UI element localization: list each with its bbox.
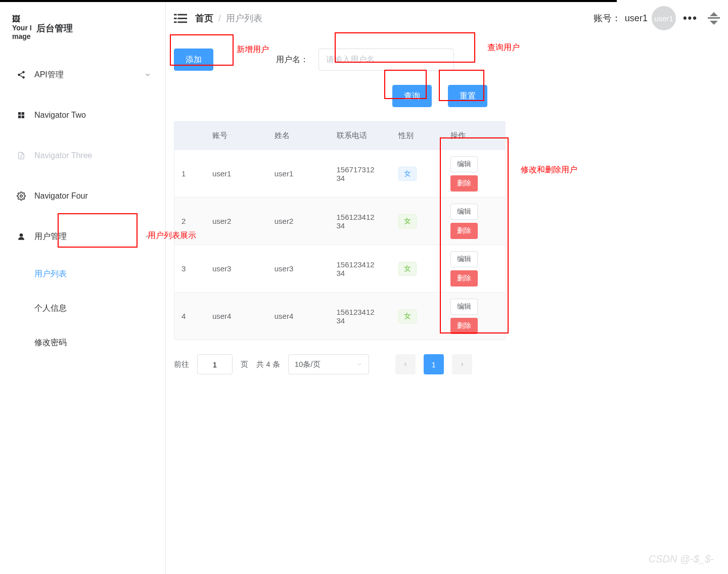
cell-account: user2 (205, 198, 267, 245)
sidebar-item-nav4[interactable]: Navigator Four (0, 176, 165, 216)
sidebar-item-nav2[interactable]: Navigator Two (0, 95, 165, 135)
add-button[interactable]: 添加 (174, 49, 213, 71)
cell-name: user2 (267, 198, 330, 245)
gender-tag: 女 (398, 214, 417, 228)
menu-toggle-icon[interactable] (174, 13, 187, 24)
breadcrumb-separator: / (218, 13, 221, 24)
edit-button[interactable]: 编辑 (450, 156, 478, 172)
grid-icon (14, 111, 28, 119)
account-label: 账号： (594, 12, 621, 24)
svg-rect-3 (18, 112, 21, 115)
svg-point-8 (20, 233, 23, 237)
document-icon (14, 151, 28, 160)
search-button[interactable]: 查询 (392, 85, 432, 107)
svg-rect-10 (177, 14, 187, 16)
table-header-row: 账号 姓名 联系电话 性别 操作 (174, 122, 506, 150)
cell-phone: 15671731234 (330, 150, 392, 198)
cell-account: user3 (205, 245, 267, 293)
edit-button[interactable]: 编辑 (450, 204, 478, 220)
submenu-profile[interactable]: 个人信息 (0, 291, 165, 325)
edit-button[interactable]: 编辑 (450, 299, 478, 315)
cell-index: 4 (174, 293, 205, 340)
svg-point-7 (20, 195, 23, 198)
svg-rect-9 (174, 14, 177, 16)
col-gender: 性别 (391, 122, 443, 150)
gender-tag: 女 (398, 309, 417, 323)
cell-phone: 15612341234 (330, 293, 392, 340)
cell-gender: 女 (391, 198, 443, 245)
sidebar: Your Image 后台管理 API管理 Navigator Two Navi… (0, 0, 166, 574)
username-input[interactable] (318, 49, 454, 71)
total-text: 共 4 条 (256, 360, 280, 369)
delete-button[interactable]: 删除 (450, 318, 478, 334)
cell-gender: 女 (391, 245, 443, 293)
page-number-button[interactable]: 1 (424, 354, 444, 374)
spin-control[interactable] (708, 12, 720, 25)
svg-rect-4 (22, 112, 24, 115)
svg-rect-6 (22, 116, 24, 118)
share-icon (14, 70, 28, 79)
cell-gender: 女 (391, 293, 443, 340)
table-row: 1user1user115671731234女编辑删除 (174, 150, 506, 198)
sidebar-item-label: Navigator Four (34, 192, 88, 201)
sidebar-item-users[interactable]: 用户管理 (0, 216, 165, 257)
sidebar-item-label: 用户管理 (34, 231, 67, 242)
svg-rect-13 (174, 22, 177, 23)
sidebar-item-label: API管理 (34, 70, 64, 80)
cell-gender: 女 (391, 150, 443, 198)
page-size-select[interactable]: 10条/页 (288, 354, 369, 374)
next-page-button[interactable] (452, 354, 472, 374)
topbar: 首页 / 用户列表 账号： user1 user1 ••• (166, 0, 728, 36)
avatar[interactable]: user1 (652, 6, 676, 30)
submenu-change-password[interactable]: 修改密码 (0, 325, 165, 360)
sidebar-item-api[interactable]: API管理 (0, 55, 165, 95)
breadcrumb: 首页 / 用户列表 (195, 12, 262, 24)
topbar-right: 账号： user1 user1 ••• (594, 6, 720, 30)
goto-page-input[interactable] (197, 354, 233, 374)
gear-icon (14, 192, 28, 201)
user-icon (14, 232, 28, 241)
cell-actions: 编辑删除 (443, 198, 506, 245)
delete-button[interactable]: 删除 (450, 270, 478, 286)
chevron-up-icon (144, 233, 151, 240)
delete-button[interactable]: 删除 (450, 223, 478, 239)
cell-index: 2 (174, 198, 205, 245)
cell-account: user1 (205, 150, 267, 198)
cell-actions: 编辑删除 (443, 293, 506, 340)
delete-button[interactable]: 删除 (450, 175, 478, 192)
page-size-label: 10条/页 (295, 360, 321, 369)
spin-bar (708, 17, 720, 19)
account-value: user1 (625, 13, 648, 24)
more-menu-icon[interactable]: ••• (683, 12, 698, 25)
chevron-down-icon (144, 71, 151, 78)
breadcrumb-current: 用户列表 (226, 12, 262, 24)
reset-button[interactable]: 重置 (448, 85, 487, 107)
sidebar-logo: Your Image 后台管理 (0, 14, 165, 55)
cell-name: user3 (267, 245, 330, 293)
submenu-label: 个人信息 (34, 303, 67, 314)
app-title: 后台管理 (36, 22, 73, 34)
submenu-label: 用户列表 (34, 269, 67, 279)
submenu-label: 修改密码 (34, 338, 67, 348)
gender-tag: 女 (398, 167, 417, 181)
gender-tag: 女 (398, 262, 417, 276)
svg-rect-5 (18, 116, 21, 118)
col-account: 账号 (205, 122, 267, 150)
prev-page-button[interactable] (395, 354, 416, 374)
username-label: 用户名： (276, 55, 308, 65)
edit-button[interactable]: 编辑 (450, 251, 478, 267)
pagination: 前往 页 共 4 条 10条/页 1 (174, 354, 720, 374)
cell-index: 3 (174, 245, 205, 293)
logo-broken-image: Your Image (12, 14, 32, 42)
goto-prefix: 前往 (174, 360, 189, 369)
cell-phone: 15612341234 (330, 245, 392, 293)
cell-phone: 15612341234 (330, 198, 392, 245)
col-actions: 操作 (443, 122, 506, 150)
triangle-down-icon[interactable] (710, 21, 718, 25)
svg-rect-11 (174, 18, 177, 19)
submenu-user-list[interactable]: 用户列表 (0, 257, 165, 291)
col-name: 姓名 (267, 122, 330, 150)
breadcrumb-home[interactable]: 首页 (195, 12, 213, 24)
triangle-up-icon[interactable] (710, 12, 718, 16)
svg-rect-14 (177, 22, 187, 23)
